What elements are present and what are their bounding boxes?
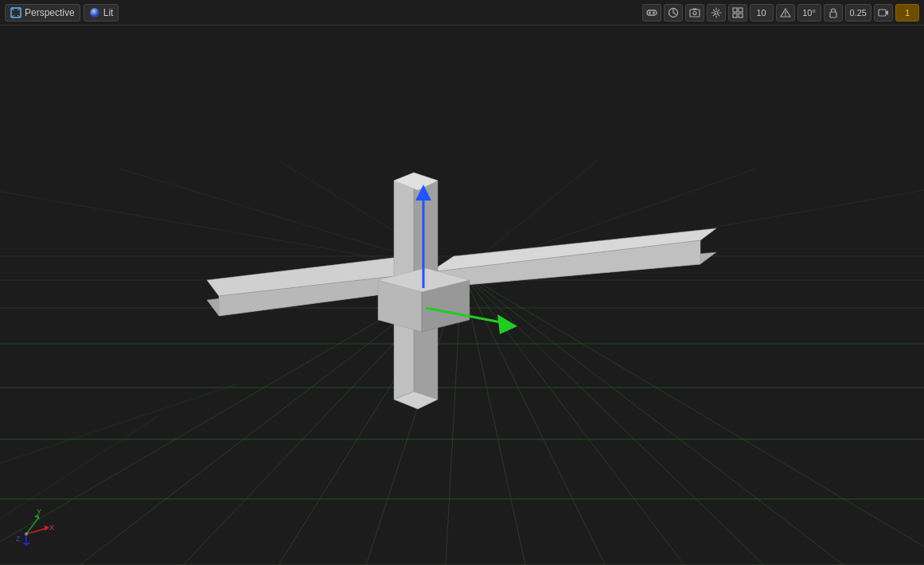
grid-snap-value: 10 <box>756 8 766 18</box>
svg-line-18 <box>462 272 844 565</box>
screenshot-button[interactable] <box>685 4 704 21</box>
svg-rect-67 <box>879 10 886 16</box>
svg-line-15 <box>462 272 605 565</box>
triangle-warn-button[interactable] <box>776 4 795 21</box>
svg-point-52 <box>649 11 651 14</box>
grid-snap-button[interactable]: 10 <box>750 4 774 21</box>
camera-speed-button[interactable]: 1 <box>895 4 919 21</box>
triangle-warn-icon <box>780 7 791 18</box>
perspective-label: Perspective <box>25 7 75 18</box>
vr-button[interactable] <box>642 4 661 21</box>
svg-rect-66 <box>830 12 836 18</box>
grid-button[interactable] <box>728 4 747 21</box>
realtime-button[interactable] <box>664 4 683 21</box>
svg-marker-76 <box>22 543 30 546</box>
realtime-icon <box>668 7 679 18</box>
svg-rect-61 <box>733 14 737 18</box>
vr-icon <box>646 7 657 18</box>
screenshot-icon <box>689 7 700 18</box>
svg-line-27 <box>0 415 159 519</box>
toolbar: Perspective Lit <box>0 0 924 25</box>
perspective-icon <box>10 7 21 18</box>
svg-text:Z: Z <box>16 535 21 543</box>
camera-icon <box>878 7 889 18</box>
scale-icon <box>828 7 839 18</box>
settings-button[interactable] <box>707 4 726 21</box>
angle-snap-button[interactable]: 10° <box>797 4 821 21</box>
svg-point-53 <box>653 11 655 14</box>
lit-label: Lit <box>103 7 114 18</box>
svg-point-65 <box>785 14 786 15</box>
svg-text:X: X <box>49 524 54 532</box>
svg-line-16 <box>462 272 684 565</box>
toolbar-left: Perspective Lit <box>5 4 119 21</box>
svg-point-78 <box>25 532 28 536</box>
axis-indicator: X Y Z <box>14 506 54 546</box>
svg-rect-62 <box>739 14 743 18</box>
grid-icon <box>732 7 743 18</box>
svg-point-58 <box>715 11 718 14</box>
scale-snap-button[interactable]: 0.25 <box>845 4 871 21</box>
settings-icon <box>711 7 722 18</box>
svg-rect-59 <box>733 8 737 12</box>
svg-rect-55 <box>690 10 700 17</box>
scene-svg <box>0 25 924 565</box>
svg-point-50 <box>90 8 99 18</box>
svg-rect-51 <box>647 10 657 15</box>
svg-rect-60 <box>739 8 743 12</box>
toolbar-right: 10 10° <box>642 4 919 21</box>
svg-text:Y: Y <box>37 508 41 516</box>
svg-line-17 <box>462 272 764 565</box>
lit-button[interactable]: Lit <box>84 4 119 21</box>
axis-svg: X Y Z <box>14 506 54 546</box>
svg-line-19 <box>462 272 924 565</box>
svg-rect-57 <box>692 8 696 10</box>
camera-icon-btn[interactable] <box>874 4 893 21</box>
perspective-button[interactable]: Perspective <box>5 4 80 21</box>
camera-speed-value: 1 <box>905 8 910 18</box>
scale-snap-value: 0.25 <box>850 8 867 18</box>
angle-snap-value: 10° <box>802 8 816 18</box>
viewport-3d[interactable]: Perspective Lit <box>0 0 924 565</box>
lit-icon <box>89 7 100 18</box>
svg-marker-44 <box>497 314 517 334</box>
svg-point-56 <box>693 11 696 14</box>
scale-lock-button[interactable] <box>824 4 843 21</box>
